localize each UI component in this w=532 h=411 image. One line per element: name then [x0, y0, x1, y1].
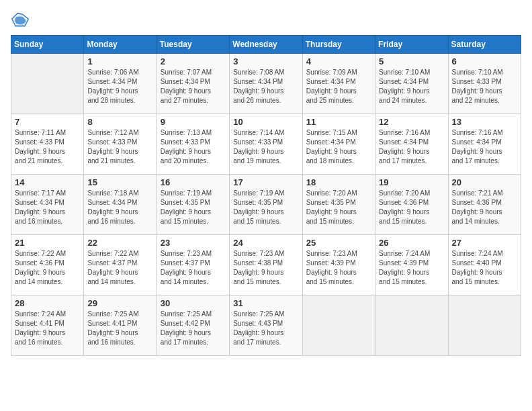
- day-number: 8: [87, 117, 152, 127]
- calendar-cell: 31Sunrise: 7:25 AM Sunset: 4:43 PM Dayli…: [230, 295, 302, 356]
- col-header-thursday: Thursday: [302, 36, 375, 54]
- col-header-tuesday: Tuesday: [157, 36, 229, 54]
- cell-info: Sunrise: 7:11 AM Sunset: 4:33 PM Dayligh…: [15, 128, 80, 166]
- day-number: 28: [15, 298, 80, 308]
- logo: [11, 11, 32, 30]
- page-header: [11, 11, 521, 30]
- day-number: 19: [379, 177, 444, 187]
- calendar-cell: 19Sunrise: 7:20 AM Sunset: 4:36 PM Dayli…: [375, 175, 448, 235]
- cell-info: Sunrise: 7:07 AM Sunset: 4:34 PM Dayligh…: [161, 68, 226, 105]
- calendar-cell: 18Sunrise: 7:20 AM Sunset: 4:35 PM Dayli…: [302, 175, 375, 235]
- col-header-friday: Friday: [375, 36, 448, 54]
- cell-info: Sunrise: 7:14 AM Sunset: 4:33 PM Dayligh…: [233, 128, 298, 166]
- cell-info: Sunrise: 7:20 AM Sunset: 4:36 PM Dayligh…: [379, 189, 444, 226]
- day-number: 6: [452, 56, 517, 66]
- day-number: 20: [452, 177, 517, 187]
- calendar-cell: 11Sunrise: 7:15 AM Sunset: 4:34 PM Dayli…: [302, 114, 375, 175]
- day-number: 17: [233, 177, 298, 187]
- calendar-cell: 5Sunrise: 7:10 AM Sunset: 4:34 PM Daylig…: [375, 54, 448, 114]
- calendar-cell: 13Sunrise: 7:16 AM Sunset: 4:34 PM Dayli…: [448, 114, 521, 175]
- day-number: 9: [161, 117, 226, 127]
- calendar-cell: 6Sunrise: 7:10 AM Sunset: 4:33 PM Daylig…: [448, 54, 521, 114]
- cell-info: Sunrise: 7:24 AM Sunset: 4:41 PM Dayligh…: [15, 310, 80, 347]
- cell-info: Sunrise: 7:12 AM Sunset: 4:33 PM Dayligh…: [87, 128, 152, 166]
- day-number: 15: [87, 177, 152, 187]
- calendar-cell: [302, 295, 375, 356]
- day-number: 7: [15, 117, 80, 127]
- day-number: 4: [306, 56, 371, 66]
- calendar-cell: [375, 295, 448, 356]
- cell-info: Sunrise: 7:16 AM Sunset: 4:34 PM Dayligh…: [452, 128, 517, 166]
- cell-info: Sunrise: 7:23 AM Sunset: 4:39 PM Dayligh…: [306, 249, 371, 287]
- calendar-cell: 3Sunrise: 7:08 AM Sunset: 4:34 PM Daylig…: [230, 54, 302, 114]
- cell-info: Sunrise: 7:25 AM Sunset: 4:41 PM Dayligh…: [87, 310, 152, 347]
- day-number: 12: [379, 117, 444, 127]
- day-number: 29: [87, 298, 152, 308]
- cell-info: Sunrise: 7:10 AM Sunset: 4:34 PM Dayligh…: [379, 68, 444, 105]
- calendar-cell: 29Sunrise: 7:25 AM Sunset: 4:41 PM Dayli…: [84, 295, 157, 356]
- calendar-table: SundayMondayTuesdayWednesdayThursdayFrid…: [11, 35, 521, 356]
- cell-info: Sunrise: 7:23 AM Sunset: 4:38 PM Dayligh…: [233, 249, 298, 287]
- calendar-cell: 20Sunrise: 7:21 AM Sunset: 4:36 PM Dayli…: [448, 175, 521, 235]
- day-number: 14: [15, 177, 80, 187]
- day-number: 16: [161, 177, 226, 187]
- calendar-cell: 23Sunrise: 7:23 AM Sunset: 4:37 PM Dayli…: [157, 235, 229, 295]
- calendar-cell: 2Sunrise: 7:07 AM Sunset: 4:34 PM Daylig…: [157, 54, 229, 114]
- col-header-sunday: Sunday: [11, 36, 84, 54]
- day-number: 31: [233, 298, 298, 308]
- calendar-cell: 22Sunrise: 7:22 AM Sunset: 4:37 PM Dayli…: [84, 235, 157, 295]
- calendar-cell: 28Sunrise: 7:24 AM Sunset: 4:41 PM Dayli…: [11, 295, 84, 356]
- calendar-cell: 25Sunrise: 7:23 AM Sunset: 4:39 PM Dayli…: [302, 235, 375, 295]
- day-number: 30: [161, 298, 226, 308]
- cell-info: Sunrise: 7:06 AM Sunset: 4:34 PM Dayligh…: [87, 68, 152, 105]
- day-number: 21: [15, 238, 80, 248]
- day-number: 27: [452, 238, 517, 248]
- cell-info: Sunrise: 7:17 AM Sunset: 4:34 PM Dayligh…: [15, 189, 80, 226]
- col-header-saturday: Saturday: [448, 36, 521, 54]
- calendar-cell: 15Sunrise: 7:18 AM Sunset: 4:34 PM Dayli…: [84, 175, 157, 235]
- day-number: 23: [161, 238, 226, 248]
- day-number: 22: [87, 238, 152, 248]
- calendar-cell: 8Sunrise: 7:12 AM Sunset: 4:33 PM Daylig…: [84, 114, 157, 175]
- calendar-cell: 1Sunrise: 7:06 AM Sunset: 4:34 PM Daylig…: [84, 54, 157, 114]
- day-number: 2: [161, 56, 226, 66]
- calendar-cell: 27Sunrise: 7:24 AM Sunset: 4:40 PM Dayli…: [448, 235, 521, 295]
- cell-info: Sunrise: 7:16 AM Sunset: 4:34 PM Dayligh…: [379, 128, 444, 166]
- cell-info: Sunrise: 7:18 AM Sunset: 4:34 PM Dayligh…: [87, 189, 152, 226]
- cell-info: Sunrise: 7:15 AM Sunset: 4:34 PM Dayligh…: [306, 128, 371, 166]
- calendar-cell: 21Sunrise: 7:22 AM Sunset: 4:36 PM Dayli…: [11, 235, 84, 295]
- logo-icon: [11, 11, 30, 30]
- cell-info: Sunrise: 7:20 AM Sunset: 4:35 PM Dayligh…: [306, 189, 371, 226]
- day-number: 18: [306, 177, 371, 187]
- day-number: 24: [233, 238, 298, 248]
- calendar-cell: 14Sunrise: 7:17 AM Sunset: 4:34 PM Dayli…: [11, 175, 84, 235]
- calendar-cell: 24Sunrise: 7:23 AM Sunset: 4:38 PM Dayli…: [230, 235, 302, 295]
- calendar-cell: 9Sunrise: 7:13 AM Sunset: 4:33 PM Daylig…: [157, 114, 229, 175]
- day-number: 11: [306, 117, 371, 127]
- cell-info: Sunrise: 7:10 AM Sunset: 4:33 PM Dayligh…: [452, 68, 517, 105]
- cell-info: Sunrise: 7:19 AM Sunset: 4:35 PM Dayligh…: [161, 189, 226, 226]
- cell-info: Sunrise: 7:23 AM Sunset: 4:37 PM Dayligh…: [161, 249, 226, 287]
- calendar-cell: 10Sunrise: 7:14 AM Sunset: 4:33 PM Dayli…: [230, 114, 302, 175]
- calendar-cell: [11, 54, 84, 114]
- day-number: 13: [452, 117, 517, 127]
- calendar-cell: 26Sunrise: 7:24 AM Sunset: 4:39 PM Dayli…: [375, 235, 448, 295]
- day-number: 1: [87, 56, 152, 66]
- cell-info: Sunrise: 7:25 AM Sunset: 4:43 PM Dayligh…: [233, 310, 298, 347]
- cell-info: Sunrise: 7:25 AM Sunset: 4:42 PM Dayligh…: [161, 310, 226, 347]
- cell-info: Sunrise: 7:24 AM Sunset: 4:39 PM Dayligh…: [379, 249, 444, 287]
- calendar-cell: 12Sunrise: 7:16 AM Sunset: 4:34 PM Dayli…: [375, 114, 448, 175]
- cell-info: Sunrise: 7:24 AM Sunset: 4:40 PM Dayligh…: [452, 249, 517, 287]
- cell-info: Sunrise: 7:09 AM Sunset: 4:34 PM Dayligh…: [306, 68, 371, 105]
- calendar-cell: 7Sunrise: 7:11 AM Sunset: 4:33 PM Daylig…: [11, 114, 84, 175]
- cell-info: Sunrise: 7:22 AM Sunset: 4:36 PM Dayligh…: [15, 249, 80, 287]
- day-number: 25: [306, 238, 371, 248]
- day-number: 10: [233, 117, 298, 127]
- calendar-cell: 16Sunrise: 7:19 AM Sunset: 4:35 PM Dayli…: [157, 175, 229, 235]
- cell-info: Sunrise: 7:22 AM Sunset: 4:37 PM Dayligh…: [87, 249, 152, 287]
- cell-info: Sunrise: 7:21 AM Sunset: 4:36 PM Dayligh…: [452, 189, 517, 226]
- calendar-cell: 4Sunrise: 7:09 AM Sunset: 4:34 PM Daylig…: [302, 54, 375, 114]
- day-number: 3: [233, 56, 298, 66]
- cell-info: Sunrise: 7:08 AM Sunset: 4:34 PM Dayligh…: [233, 68, 298, 105]
- cell-info: Sunrise: 7:13 AM Sunset: 4:33 PM Dayligh…: [161, 128, 226, 166]
